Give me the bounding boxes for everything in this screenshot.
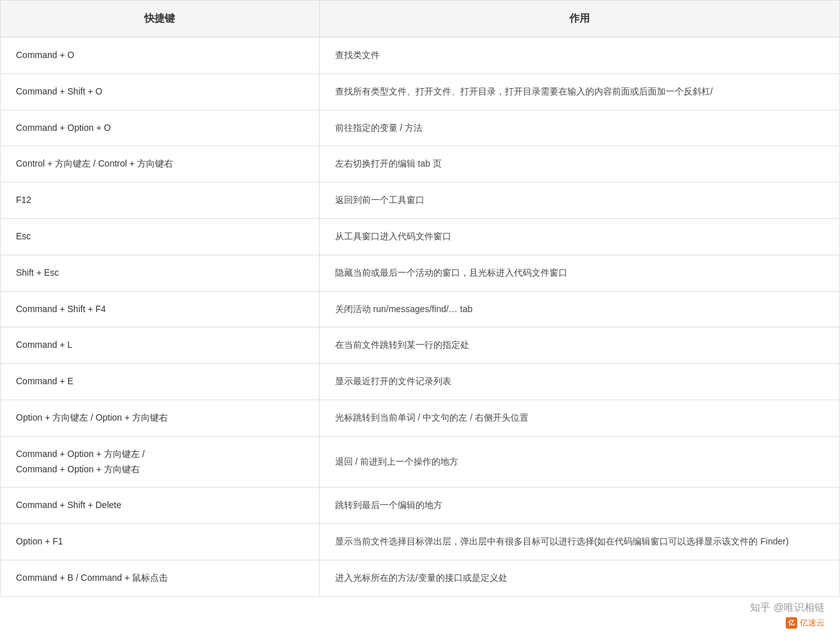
- watermark-yisu: 亿 亿速云: [786, 617, 825, 629]
- table-row: Option + 方向键左 / Option + 方向键右光标跳转到当前单词 /…: [1, 400, 840, 436]
- action-cell: 跳转到最后一个编辑的地方: [319, 488, 839, 524]
- table-row: F12返回到前一个工具窗口: [1, 183, 840, 219]
- action-cell: 从工具窗口进入代码文件窗口: [319, 218, 839, 255]
- shortcut-cell: Command + Shift + F4: [1, 291, 320, 327]
- action-cell: 前往指定的变量 / 方法: [319, 110, 839, 146]
- action-cell: 左右切换打开的编辑 tab 页: [319, 146, 839, 183]
- table-row: Command + Shift + Delete跳转到最后一个编辑的地方: [1, 488, 840, 524]
- table-row: Command + O查找类文件: [1, 38, 840, 74]
- action-cell: 在当前文件跳转到某一行的指定处: [319, 327, 839, 364]
- shortcut-cell: Command + B / Command + 鼠标点击: [1, 560, 320, 596]
- table-row: Command + Shift + O查找所有类型文件、打开文件、打开目录，打开…: [1, 73, 840, 110]
- watermark-yisu-text: 亿速云: [800, 617, 825, 629]
- table-row: Command + B / Command + 鼠标点击进入光标所在的方法/变量…: [1, 560, 840, 596]
- shortcut-cell: Command + Option + O: [1, 110, 320, 146]
- table-row: Esc从工具窗口进入代码文件窗口: [1, 218, 840, 255]
- table-row: Option + F1显示当前文件选择目标弹出层，弹出层中有很多目标可以进行选择…: [1, 524, 840, 560]
- shortcut-cell: Command + L: [1, 327, 320, 364]
- action-cell: 进入光标所在的方法/变量的接口或是定义处: [319, 560, 839, 596]
- watermark-zhihu: 知乎 @唯识相链: [750, 601, 825, 615]
- table-row: Command + E显示最近打开的文件记录列表: [1, 364, 840, 400]
- table-header-row: 快捷键 作用: [1, 1, 840, 38]
- table-row: Command + Option + 方向键左 / Command + Opti…: [1, 436, 840, 488]
- action-cell: 查找所有类型文件、打开文件、打开目录，打开目录需要在输入的内容前面或后面加一个反…: [319, 73, 839, 110]
- table-row: Command + Shift + F4关闭活动 run/messages/fi…: [1, 291, 840, 327]
- shortcut-cell: Command + Shift + Delete: [1, 488, 320, 524]
- shortcut-cell: Command + Shift + O: [1, 73, 320, 110]
- shortcut-cell: Command + Option + 方向键左 / Command + Opti…: [1, 436, 320, 488]
- action-cell: 显示当前文件选择目标弹出层，弹出层中有很多目标可以进行选择(如在代码编辑窗口可以…: [319, 524, 839, 560]
- header-shortcut: 快捷键: [1, 1, 320, 38]
- table-row: Command + L在当前文件跳转到某一行的指定处: [1, 327, 840, 364]
- yisu-icon: 亿: [786, 617, 797, 629]
- table-row: Shift + Esc隐藏当前或最后一个活动的窗口，且光标进入代码文件窗口: [1, 255, 840, 291]
- watermark: 知乎 @唯识相链 亿 亿速云: [750, 601, 825, 629]
- action-cell: 隐藏当前或最后一个活动的窗口，且光标进入代码文件窗口: [319, 255, 839, 291]
- shortcut-cell: Option + F1: [1, 524, 320, 560]
- action-cell: 关闭活动 run/messages/find/… tab: [319, 291, 839, 327]
- shortcut-cell: F12: [1, 183, 320, 219]
- shortcut-cell: Command + O: [1, 38, 320, 74]
- action-cell: 查找类文件: [319, 38, 839, 74]
- shortcut-cell: Shift + Esc: [1, 255, 320, 291]
- header-action: 作用: [319, 1, 839, 38]
- shortcut-cell: Control + 方向键左 / Control + 方向键右: [1, 146, 320, 183]
- table-row: Control + 方向键左 / Control + 方向键右左右切换打开的编辑…: [1, 146, 840, 183]
- shortcuts-table: 快捷键 作用 Command + O查找类文件Command + Shift +…: [0, 0, 840, 597]
- shortcut-cell: Option + 方向键左 / Option + 方向键右: [1, 400, 320, 436]
- table-row: Command + Option + O前往指定的变量 / 方法: [1, 110, 840, 146]
- action-cell: 退回 / 前进到上一个操作的地方: [319, 436, 839, 488]
- action-cell: 光标跳转到当前单词 / 中文句的左 / 右侧开头位置: [319, 400, 839, 436]
- action-cell: 返回到前一个工具窗口: [319, 183, 839, 219]
- action-cell: 显示最近打开的文件记录列表: [319, 364, 839, 400]
- shortcut-cell: Esc: [1, 218, 320, 255]
- page-container: 快捷键 作用 Command + O查找类文件Command + Shift +…: [0, 0, 840, 644]
- shortcut-cell: Command + E: [1, 364, 320, 400]
